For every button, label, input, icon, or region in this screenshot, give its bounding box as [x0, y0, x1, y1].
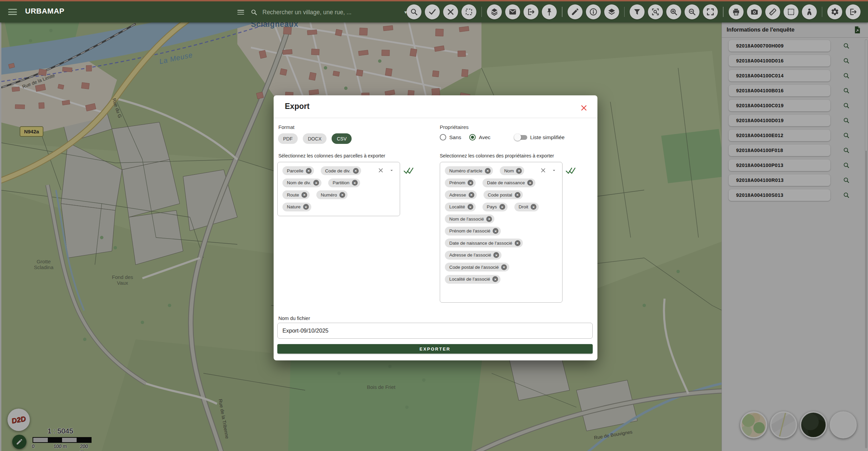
toolbar-check-button[interactable]: [425, 4, 440, 19]
layers-stack-icon: [490, 7, 499, 16]
chip-label: Nom de div.: [287, 180, 311, 185]
chip-remove-icon[interactable]: ×: [501, 264, 507, 270]
toolbar-close-button[interactable]: [443, 4, 458, 19]
chip-remove-icon[interactable]: ×: [468, 180, 473, 186]
toolbar-person-button[interactable]: [802, 4, 817, 19]
format-options: PDFDOCXCSV: [278, 133, 352, 144]
toolbar-info-button[interactable]: [586, 4, 601, 19]
logout-icon: [849, 7, 857, 16]
search-options-icon[interactable]: [237, 10, 244, 15]
chip-remove-icon[interactable]: ×: [306, 168, 312, 174]
format-option-docx[interactable]: DOCX: [303, 133, 327, 144]
column-chip: Code postal×: [484, 190, 523, 199]
chip-remove-icon[interactable]: ×: [485, 168, 491, 174]
radio-avec[interactable]: [469, 134, 476, 140]
toolbar-zoom-area-button[interactable]: [648, 4, 663, 19]
chip-remove-icon[interactable]: ×: [527, 180, 533, 186]
close-dialog-button[interactable]: [580, 104, 588, 112]
edit-icon: [571, 7, 579, 16]
simplified-list-toggle[interactable]: [515, 135, 527, 140]
topbar: URBAMAP ▾: [0, 1, 868, 22]
print-icon: [732, 7, 741, 16]
export-button[interactable]: EXPORTER: [277, 344, 593, 354]
toolbar-divider: [481, 7, 482, 17]
search-bar: ▾: [237, 5, 407, 19]
close-icon: [580, 104, 588, 112]
column-chip: Date de naissance×: [482, 178, 535, 187]
chip-remove-icon[interactable]: ×: [499, 204, 505, 210]
camera-icon: [750, 7, 759, 16]
chip-label: Prénom: [449, 180, 465, 185]
chip-label: Prénom de l'associé: [449, 228, 490, 233]
chip-label: Adresse: [449, 192, 466, 198]
column-chip: Adresse×: [445, 190, 477, 199]
toolbar-mail-button[interactable]: [505, 4, 520, 19]
chip-label: Numéro d'article: [449, 168, 482, 173]
toolbar-camera-button[interactable]: [747, 4, 762, 19]
clear-selection-icon[interactable]: [540, 167, 547, 174]
chip-remove-icon[interactable]: ×: [493, 228, 498, 234]
radio-avec-label[interactable]: Avec: [479, 134, 490, 140]
dropdown-caret-icon[interactable]: [551, 168, 557, 173]
radio-sans[interactable]: [440, 134, 446, 140]
chip-remove-icon[interactable]: ×: [515, 192, 520, 198]
toolbar-settings-button[interactable]: [827, 4, 842, 19]
radio-sans-label[interactable]: Sans: [449, 134, 461, 140]
chip-remove-icon[interactable]: ×: [353, 168, 359, 174]
toolbar-logout-button[interactable]: [846, 4, 861, 19]
toolbar-pin-button[interactable]: [542, 4, 557, 19]
chip-remove-icon[interactable]: ×: [313, 180, 319, 186]
chip-remove-icon[interactable]: ×: [486, 216, 492, 222]
fit-screen-icon: [706, 7, 715, 16]
toolbar-edit-button[interactable]: [568, 4, 583, 19]
chip-remove-icon[interactable]: ×: [352, 180, 358, 186]
filter-icon: [633, 7, 642, 16]
select-all-parcel-columns-icon[interactable]: [403, 166, 415, 175]
filename-input[interactable]: [277, 323, 593, 339]
select-rect-icon: [465, 7, 473, 16]
toolbar-select-area-button[interactable]: [784, 4, 798, 19]
chip-remove-icon[interactable]: ×: [515, 240, 520, 246]
search-input[interactable]: [262, 8, 402, 16]
toolbar-zoom-out-button[interactable]: [685, 4, 699, 19]
chip-remove-icon[interactable]: ×: [301, 192, 307, 198]
mail-icon: [508, 7, 517, 16]
parcel-columns-select[interactable]: Parcelle×Code de div.×Nom de div.×Partit…: [277, 162, 400, 216]
chip-remove-icon[interactable]: ×: [469, 192, 474, 198]
owner-columns-label: Selectionnez les colonnes des propriétai…: [440, 153, 554, 158]
layers-icon: [607, 7, 616, 16]
toolbar-fit-screen-button[interactable]: [703, 4, 718, 19]
toolbar-filter-button[interactable]: [630, 4, 645, 19]
clear-selection-icon[interactable]: [377, 167, 384, 174]
chip-remove-icon[interactable]: ×: [493, 252, 499, 258]
chip-remove-icon[interactable]: ×: [516, 168, 522, 174]
chip-remove-icon[interactable]: ×: [531, 204, 536, 210]
share-icon: [527, 7, 535, 16]
toolbar-share-button[interactable]: [524, 4, 538, 19]
format-option-pdf[interactable]: PDF: [278, 133, 298, 144]
toolbar-zoom-in-button[interactable]: [666, 4, 681, 19]
simplified-list-label[interactable]: Liste simplifiée: [530, 134, 565, 140]
chip-remove-icon[interactable]: ×: [492, 276, 498, 282]
parcel-columns-label: Sélectionnez les colonnes des parcelles …: [278, 153, 385, 158]
column-chip: Pays×: [482, 203, 508, 211]
settings-icon: [830, 7, 839, 16]
toolbar-ruler-button[interactable]: [765, 4, 780, 19]
chip-label: Adresse de l'associé: [449, 252, 491, 258]
chip-label: Numéro: [321, 192, 337, 198]
select-all-owner-columns-icon[interactable]: [565, 166, 577, 175]
dropdown-caret-icon[interactable]: [389, 168, 394, 173]
chip-label: Partition: [333, 180, 350, 185]
toolbar-layers-button[interactable]: [604, 4, 619, 19]
toolbar-search-button[interactable]: [407, 4, 421, 19]
chip-remove-icon[interactable]: ×: [339, 192, 345, 198]
toolbar-select-rect-button[interactable]: [461, 4, 476, 19]
chip-remove-icon[interactable]: ×: [468, 204, 473, 210]
toolbar-print-button[interactable]: [729, 4, 744, 19]
menu-button[interactable]: [8, 9, 17, 15]
format-option-csv[interactable]: CSV: [332, 133, 352, 144]
toolbar-layers-stack-button[interactable]: [487, 4, 502, 19]
owner-columns-select[interactable]: Numéro d'article×Nom×Prénom×Date de nais…: [440, 162, 563, 303]
chip-remove-icon[interactable]: ×: [303, 204, 309, 210]
chip-label: Code postal de l'associé: [449, 265, 499, 270]
